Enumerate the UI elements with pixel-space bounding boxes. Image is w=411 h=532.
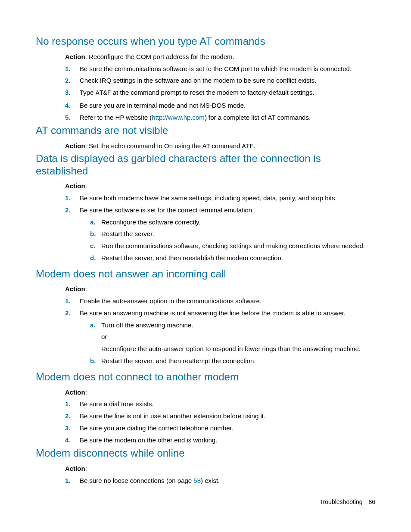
section-body: Action: Set the echo command to On using…: [65, 141, 375, 152]
list-marker: 2.: [65, 308, 80, 318]
list-text: Be sure a dial tone exists.: [80, 399, 375, 409]
list-text: Be sure you are in terminal mode and not…: [80, 101, 375, 110]
sub-marker: a.: [90, 218, 101, 227]
sub-marker: d.: [90, 253, 101, 263]
sub-item: b. Restart the server, and then reattemp…: [90, 356, 375, 366]
list-marker: 2.: [65, 76, 80, 85]
list-item: 2. Check IRQ settings in the software an…: [65, 76, 375, 85]
action-label: Action: [65, 389, 85, 396]
action-label: Action: [65, 285, 85, 292]
sub-text: Turn off the answering machine. or Recon…: [101, 320, 375, 354]
ordered-list: 1. Be sure the communications software i…: [65, 64, 375, 122]
sub-text: Restart the server, and then reattempt t…: [101, 356, 375, 366]
sub-text: Restart the server, and then reestablish…: [101, 253, 375, 263]
text-post: ) for a complete list of AT commands.: [205, 114, 311, 121]
list-marker: 1.: [65, 193, 80, 203]
action-line: Action:: [65, 181, 375, 191]
list-text: Be sure no loose connections (on page 58…: [80, 476, 375, 485]
list-item: 1. Be sure a dial tone exists.: [65, 399, 375, 409]
list-item: 1. Enable the auto-answer option in the …: [65, 296, 375, 306]
text-pre: Be sure no loose connections (on page: [80, 477, 193, 484]
sub-item: a. Turn off the answering machine. or Re…: [90, 320, 375, 354]
heading-no-connect: Modem does not connect to another modem: [36, 371, 375, 383]
list-marker: 3.: [65, 423, 80, 433]
list-item: 4. Be sure you are in terminal mode and …: [65, 101, 375, 110]
list-item: 2. Be sure an answering machine is not a…: [65, 308, 375, 368]
list-marker: 1.: [65, 476, 80, 485]
list-text: Be sure you are dialing the correct tele…: [80, 423, 375, 433]
sub-marker: b.: [90, 229, 101, 239]
list-marker: 1.: [65, 399, 80, 409]
or-text: or: [101, 332, 375, 342]
ordered-list: 1. Be sure a dial tone exists. 2. Be sur…: [65, 399, 375, 445]
section-body: Action: 1. Enable the auto-answer option…: [65, 284, 375, 368]
list-marker: 5.: [65, 113, 80, 122]
list-item: 1. Be sure no loose connections (on page…: [65, 476, 375, 485]
section-body: Action: 1. Be sure a dial tone exists. 2…: [65, 388, 375, 445]
sub-list: a. Turn off the answering machine. or Re…: [90, 320, 375, 366]
action-line: Action:: [65, 388, 375, 397]
action-post: .: [254, 142, 255, 149]
ordered-list: 1. Be sure both modems have the same set…: [65, 193, 375, 265]
sub-marker: c.: [90, 241, 101, 251]
section-body: Action: 1. Be sure both modems have the …: [65, 181, 375, 265]
sub-item: c. Run the communications software, chec…: [90, 241, 375, 251]
footer-page-number: 86: [368, 498, 375, 505]
list-marker: 2.: [65, 411, 80, 421]
sub-text: Restart the server.: [101, 229, 375, 239]
list-item: 3. Type AT&F at the command prompt to re…: [65, 88, 375, 98]
heading-disconnects: Modem disconnects while online: [36, 447, 375, 460]
list-item: 5. Refer to the HP website (http://www.h…: [65, 113, 375, 122]
list-marker: 4.: [65, 101, 80, 110]
text-post: at the command prompt to reset the modem…: [111, 89, 314, 96]
action-label: Action: [65, 53, 85, 60]
list-text: Be sure both modems have the same settin…: [80, 193, 375, 203]
list-marker: 4.: [65, 436, 80, 445]
action-line: Action: Set the echo command to On using…: [65, 141, 375, 152]
page-footer: Troubleshooting 86: [320, 498, 375, 506]
heading-no-response: No response occurs when you type AT comm…: [36, 35, 375, 48]
sub-item: a. Reconfigure the software correctly.: [90, 218, 375, 227]
list-marker: 1.: [65, 296, 80, 306]
heading-no-answer: Modem does not answer an incoming call: [36, 268, 375, 280]
section-body: Action: 1. Be sure no loose connections …: [65, 464, 375, 485]
list-marker: 3.: [65, 88, 80, 97]
sub-marker: a.: [90, 320, 101, 330]
list-item: 2. Be sure the line is not in use at ano…: [65, 411, 375, 421]
list-text: Be sure an answering machine is not answ…: [80, 308, 375, 368]
sub-text: Reconfigure the software correctly.: [101, 218, 375, 227]
list-text: Be sure the line is not in use at anothe…: [80, 411, 375, 421]
action-pre: : Set the echo command to On using the A…: [85, 142, 242, 149]
action-text: : Reconfigure the COM port address for t…: [85, 53, 234, 60]
sub-item: b. Restart the server.: [90, 229, 375, 239]
action-text: :: [85, 285, 87, 292]
action-label: Action: [65, 182, 85, 190]
sub-text: Run the communications software, checkin…: [101, 241, 375, 251]
footer-label: Troubleshooting: [320, 498, 363, 505]
list-item: 2. Be sure the software is set for the c…: [65, 205, 375, 265]
action-line: Action: Reconfigure the COM port address…: [65, 52, 375, 62]
sub-marker: b.: [90, 356, 101, 366]
sub-line: Turn off the answering machine.: [101, 321, 193, 329]
action-text: :: [85, 182, 87, 190]
page-ref-link[interactable]: 58: [193, 477, 201, 484]
page: No response occurs when you type AT comm…: [0, 0, 411, 532]
action-text: :: [85, 389, 87, 396]
item-text: Be sure an answering machine is not answ…: [80, 309, 346, 317]
heading-garbled-data: Data is displayed as garbled characters …: [36, 152, 375, 177]
list-text: Refer to the HP website (http://www.hp.c…: [80, 113, 375, 122]
list-text: Be sure the modem on the other end is wo…: [80, 436, 375, 445]
action-line: Action:: [65, 284, 375, 294]
section-body: Action: Reconfigure the COM port address…: [65, 52, 375, 122]
list-item: 1. Be sure both modems have the same set…: [65, 193, 375, 203]
action-label: Action: [65, 142, 85, 149]
list-text: Be sure the software is set for the corr…: [80, 205, 375, 265]
item-text: Be sure the software is set for the corr…: [80, 206, 254, 214]
hp-website-link[interactable]: http://www.hp.com: [152, 114, 205, 121]
list-text: Be sure the communications software is s…: [80, 64, 375, 74]
list-marker: 2.: [65, 205, 80, 215]
action-text: :: [85, 465, 87, 472]
action-label: Action: [65, 465, 85, 472]
sub-after: Reconfigure the auto-answer option to re…: [101, 344, 375, 354]
list-text: Type AT&F at the command prompt to reset…: [80, 88, 375, 98]
